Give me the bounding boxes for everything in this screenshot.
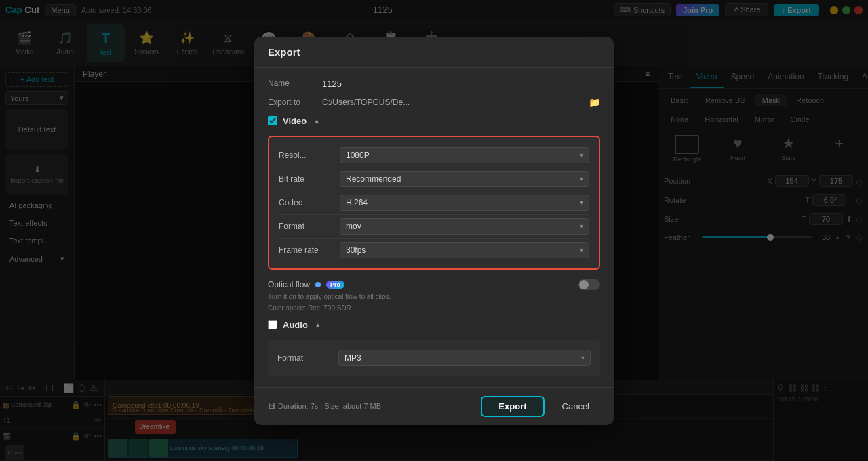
- resolution-arrow: ▾: [580, 151, 583, 159]
- format-arrow: ▾: [580, 222, 583, 230]
- bitrate-arrow: ▾: [580, 175, 583, 182]
- resolution-select[interactable]: 1080P ▾: [340, 147, 589, 163]
- audio-section: Audio ▲ Format MP3 ▾: [268, 320, 600, 376]
- audio-section-title: Audio: [283, 320, 308, 330]
- modal-body: Name Export to C:/Users/TOPGUS/De... 📁 V…: [254, 68, 614, 387]
- format-select[interactable]: mov ▾: [340, 218, 589, 235]
- color-space-info: Color space: Rec. 709 SDR: [268, 304, 600, 312]
- format-value: mov: [346, 222, 361, 231]
- codec-value: H.264: [346, 198, 368, 207]
- optical-flow-row: Optical flow Pro: [268, 279, 600, 290]
- export-path: C:/Users/TOPGUS/De...: [322, 98, 583, 107]
- audio-expand-icon[interactable]: ▲: [315, 321, 321, 329]
- video-section-title: Video: [283, 116, 307, 126]
- audio-format-arrow: ▾: [581, 354, 585, 361]
- bitrate-label: Bit rate: [279, 174, 340, 184]
- name-row: Name: [268, 79, 600, 89]
- video-settings-box: Resol... 1080P ▾ Bit rate Recommended ▾: [268, 136, 600, 270]
- framerate-value: 30fps: [346, 245, 366, 255]
- modal-header: Export: [254, 37, 614, 68]
- name-label: Name: [268, 79, 322, 88]
- video-enabled-checkbox[interactable]: [268, 116, 277, 125]
- audio-format-value: MP3: [344, 353, 361, 363]
- optical-flow-desc: Turn it on to apply optical flow to all …: [268, 293, 600, 300]
- audio-enabled-checkbox[interactable]: [268, 320, 277, 329]
- audio-format-select[interactable]: MP3 ▾: [338, 350, 591, 366]
- codec-arrow: ▾: [580, 199, 583, 206]
- codec-select[interactable]: H.264 ▾: [340, 195, 589, 211]
- film-icon: 🎞: [268, 402, 275, 410]
- bitrate-value: Recommended: [346, 174, 401, 184]
- codec-row: Codec H.264 ▾: [279, 191, 589, 215]
- video-section-header: Video ▲: [268, 116, 600, 129]
- footer-buttons: Export Cancel: [481, 396, 600, 417]
- export-path-value: C:/Users/TOPGUS/De... 📁: [322, 97, 600, 108]
- toggle-knob: [579, 280, 589, 289]
- name-value: [322, 79, 600, 89]
- audio-section-header: Audio ▲: [268, 320, 600, 333]
- info-dot: [315, 282, 321, 287]
- bitrate-row: Bit rate Recommended ▾: [279, 167, 589, 191]
- format-label: Format: [279, 222, 340, 231]
- optical-flow-toggle[interactable]: [578, 279, 600, 290]
- framerate-select[interactable]: 30fps ▾: [340, 242, 589, 258]
- resolution-row: Resol... 1080P ▾: [279, 144, 589, 167]
- folder-icon[interactable]: 📁: [589, 97, 600, 108]
- audio-format-label: Format: [277, 353, 338, 363]
- export-to-row: Export to C:/Users/TOPGUS/De... 📁: [268, 97, 600, 108]
- resolution-value: 1080P: [346, 151, 370, 160]
- format-row: Format mov ▾: [279, 215, 589, 239]
- export-modal: Export Name Export to C:/Users/TOPGUS/De…: [254, 37, 614, 425]
- resolution-label: Resol...: [279, 151, 340, 160]
- framerate-row: Frame rate 30fps ▾: [279, 239, 589, 262]
- audio-format-row: Format MP3 ▾: [277, 346, 591, 369]
- modal-title: Export: [268, 46, 300, 58]
- name-input[interactable]: [322, 79, 600, 89]
- bitrate-select[interactable]: Recommended ▾: [340, 171, 589, 187]
- framerate-arrow: ▾: [580, 246, 583, 254]
- modal-overlay: Export Name Export to C:/Users/TOPGUS/De…: [0, 0, 868, 461]
- duration-info: 🎞 Duration: 7s | Size: about 7 MB: [268, 402, 381, 410]
- codec-label: Codec: [279, 198, 340, 207]
- cancel-button[interactable]: Cancel: [551, 396, 600, 417]
- framerate-label: Frame rate: [279, 245, 340, 255]
- export-confirm-button[interactable]: Export: [481, 396, 544, 417]
- audio-settings-box: Format MP3 ▾: [268, 340, 600, 376]
- optical-flow-label: Optical flow: [268, 280, 310, 289]
- export-to-label: Export to: [268, 98, 322, 107]
- duration-text: Duration: 7s | Size: about 7 MB: [278, 402, 381, 410]
- modal-footer: 🎞 Duration: 7s | Size: about 7 MB Export…: [254, 387, 614, 425]
- video-expand-icon[interactable]: ▲: [313, 117, 320, 125]
- pro-badge: Pro: [326, 281, 344, 289]
